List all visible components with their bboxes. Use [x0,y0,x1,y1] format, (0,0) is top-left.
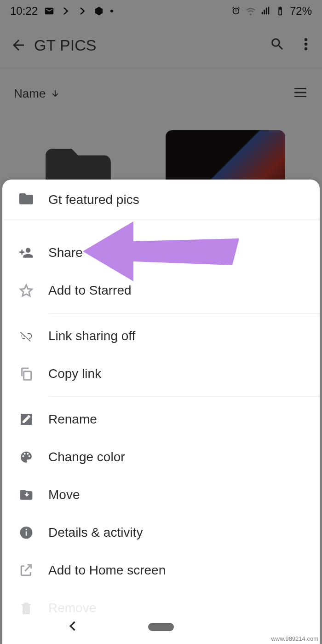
person-add-icon [18,245,34,260]
menu-add-home[interactable]: Add to Home screen [2,551,320,589]
menu-copy-link[interactable]: Copy link [2,355,320,393]
menu-change-color-label: Change color [48,450,125,464]
folder-move-icon [18,487,34,502]
svg-rect-6 [26,529,27,530]
bottom-sheet: Gt featured pics Share Add to Starred [2,180,320,644]
menu-divider [48,396,320,397]
menu-details-label: Details & activity [48,525,143,540]
menu-move[interactable]: Move [2,476,320,514]
copy-icon [18,366,34,381]
svg-rect-3 [24,371,31,380]
menu-remove-label: Remove [48,601,96,615]
menu-rename[interactable]: Rename [2,400,320,438]
menu-move-label: Move [48,487,80,502]
link-off-icon [18,329,34,343]
menu-share-label: Share [48,245,83,260]
menu-link-sharing-label: Link sharing off [48,329,135,343]
menu-divider [48,313,320,313]
menu-copy-link-label: Copy link [48,366,101,381]
add-home-icon [18,563,34,578]
info-icon [18,525,34,540]
nav-home-pill[interactable] [148,623,174,631]
watermark-text: www.989214.com [271,635,318,642]
context-menu: Share Add to Starred Link sharing off [2,220,320,627]
pencil-icon [18,412,34,427]
menu-share[interactable]: Share [2,234,320,272]
menu-starred-label: Add to Starred [48,283,132,298]
menu-rename-label: Rename [48,412,97,427]
palette-icon [18,450,34,464]
folder-icon [18,191,34,209]
menu-add-home-label: Add to Home screen [48,563,166,578]
svg-rect-5 [26,531,27,535]
sheet-header: Gt featured pics [2,180,320,220]
trash-icon [18,601,34,615]
nav-back-button[interactable] [67,620,80,634]
menu-add-starred[interactable]: Add to Starred [2,272,320,309]
sheet-folder-name: Gt featured pics [48,192,139,207]
menu-details[interactable]: Details & activity [2,514,320,551]
menu-change-color[interactable]: Change color [2,438,320,476]
menu-link-sharing[interactable]: Link sharing off [2,317,320,355]
star-outline-icon [18,283,34,298]
